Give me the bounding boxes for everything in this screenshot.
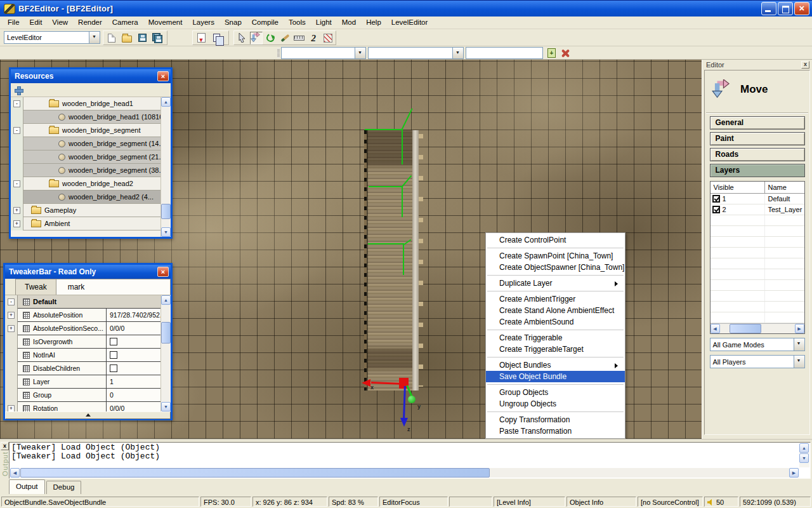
save-all-button[interactable] <box>150 32 164 44</box>
checkbox-unchecked[interactable] <box>110 364 117 372</box>
menu-item-save-object-bundle[interactable]: Save Object Bundle <box>486 371 625 382</box>
menu-item-create-ambienttrigger[interactable]: Create AmbientTrigger <box>486 293 625 305</box>
console-v-scrollbar[interactable]: ▲ ▼ <box>799 443 809 467</box>
menu-item-create-triggerabletarget[interactable]: Create TriggerableTarget <box>486 344 625 355</box>
checkbox-unchecked[interactable] <box>110 338 117 345</box>
tab-paint[interactable]: Paint <box>710 132 805 145</box>
menu-item-create-controlpoint[interactable]: Create ControlPoint <box>486 234 625 246</box>
tree-object-selected[interactable]: wooden_bridge_head2 (4... <box>11 190 160 204</box>
import-object-button[interactable] <box>194 32 208 44</box>
layer-visible-checkbox[interactable] <box>712 195 720 203</box>
status-object-info[interactable]: Object Info <box>566 497 636 507</box>
console-h-scrollbar[interactable]: ◀ ▶ <box>10 468 799 478</box>
menu-light[interactable]: Light <box>311 17 337 29</box>
expand-icon[interactable]: + <box>8 405 15 411</box>
overlay-tool-button[interactable] <box>321 32 334 44</box>
property-row[interactable]: Layer 1 <box>5 375 160 389</box>
output-console[interactable]: [Tweaker] Load Object (Object) [Tweaker]… <box>9 442 811 479</box>
output-close-button[interactable]: x <box>1 442 9 450</box>
paint-tool-button[interactable] <box>278 32 292 44</box>
menu-item-create-spawnpoint[interactable]: Create SpawnPoint [China_Town] <box>486 250 625 262</box>
scroll-up-icon[interactable]: ▲ <box>799 443 809 453</box>
add-resource-icon[interactable] <box>15 86 22 94</box>
resources-titlebar[interactable]: Resources × <box>11 69 171 83</box>
close-button[interactable] <box>794 2 809 15</box>
scroll-down-icon[interactable]: ▼ <box>799 453 809 463</box>
menu-tools[interactable]: Tools <box>284 17 311 29</box>
menu-snap[interactable]: Snap <box>219 17 247 29</box>
scroll-thumb[interactable] <box>161 322 171 344</box>
scroll-up-icon[interactable]: ▲ <box>161 295 171 305</box>
tab-tweak[interactable]: Tweak <box>15 279 56 295</box>
property-row[interactable]: Group 0 <box>5 389 160 402</box>
property-row[interactable]: + AbsolutePositionSeco... 0/0/0 <box>5 322 160 335</box>
property-row[interactable]: IsOvergrowth <box>5 335 160 349</box>
snap-tool-button[interactable]: 2 <box>307 32 320 44</box>
tree-object[interactable]: wooden_bridge_head1 (10816) <box>11 110 160 124</box>
duplicate-object-button[interactable] <box>209 32 223 44</box>
restore-button[interactable] <box>778 2 793 15</box>
layer-visible-checkbox[interactable] <box>712 206 720 213</box>
tab-mark[interactable]: mark <box>56 279 171 295</box>
gizmo-z-axis-arrow[interactable] <box>400 418 408 427</box>
property-row[interactable]: DisableChildren <box>5 362 160 375</box>
new-file-button[interactable] <box>105 32 119 44</box>
measure-tool-button[interactable] <box>292 32 306 44</box>
menu-movement[interactable]: Movement <box>143 17 188 29</box>
collapse-icon[interactable]: - <box>13 127 20 134</box>
collapse-icon[interactable]: - <box>8 298 15 305</box>
menu-item-object-bundles[interactable]: Object Bundles <box>486 359 625 371</box>
minimize-button[interactable] <box>761 2 776 15</box>
menu-item-copy-transformation[interactable]: Copy Transformation <box>486 414 625 425</box>
scroll-down-icon[interactable]: ▼ <box>161 227 171 237</box>
dropdown-arrow-icon[interactable] <box>355 48 365 58</box>
status-level-info[interactable]: [Level Info] <box>494 497 565 507</box>
collapse-icon[interactable]: - <box>13 100 20 107</box>
rotate-tool-button[interactable] <box>264 32 277 44</box>
tab-roads[interactable]: Roads <box>710 148 805 161</box>
tab-output[interactable]: Output <box>9 479 45 494</box>
menu-item-create-objectspawner[interactable]: Create ObjectSpawner [China_Town] <box>486 262 625 273</box>
filter-dropdown-1[interactable] <box>281 47 366 59</box>
save-button[interactable] <box>135 32 149 44</box>
tree-folder[interactable]: - wooden_bridge_segment <box>11 124 160 137</box>
resources-close-button[interactable]: × <box>157 71 169 81</box>
scroll-left-icon[interactable]: ◀ <box>710 324 720 333</box>
editor-mode-dropdown[interactable]: LevelEditor <box>4 31 100 44</box>
dropdown-arrow-icon[interactable] <box>794 338 804 351</box>
expand-icon[interactable]: + <box>8 325 15 332</box>
menu-item-ungroup-objects[interactable]: Ungroup Objects <box>486 398 625 410</box>
toolbar-grip[interactable] <box>277 48 280 58</box>
clear-filter-button[interactable] <box>558 46 572 59</box>
tree-folder[interactable]: - wooden_bridge_head1 <box>11 97 160 110</box>
menu-compile[interactable]: Compile <box>247 17 284 29</box>
scroll-thumb[interactable] <box>161 204 171 219</box>
tweakerbar-titlebar[interactable]: TweakerBar - Read Only × <box>5 265 171 279</box>
menu-item-create-standalone-ambienteffect[interactable]: Create Stand Alone AmbientEffect <box>486 305 625 316</box>
menu-camera[interactable]: Camera <box>107 17 143 29</box>
menu-item-create-triggerable[interactable]: Create Triggerable <box>486 332 625 344</box>
search-input[interactable] <box>466 47 543 59</box>
scroll-left-icon[interactable]: ◀ <box>10 468 20 478</box>
dropdown-arrow-icon[interactable] <box>452 48 463 58</box>
game-mode-dropdown[interactable]: All Game Modes <box>710 338 805 351</box>
scroll-thumb[interactable] <box>20 468 490 478</box>
menu-item-create-ambientsound[interactable]: Create AmbientSound <box>486 316 625 328</box>
menu-item-duplicate-layer[interactable]: Duplicate Layer <box>486 277 625 289</box>
player-filter-dropdown[interactable]: All Players <box>710 355 805 368</box>
title-bar[interactable]: BF2Editor - [BF2Editor] <box>0 0 812 17</box>
move-tool-button[interactable] <box>250 32 263 44</box>
select-tool-button[interactable] <box>235 32 249 44</box>
scroll-right-icon[interactable]: ▶ <box>789 468 799 478</box>
tweakerbar-close-button[interactable]: × <box>157 267 169 277</box>
tweaker-v-scrollbar[interactable]: ▲ ▼ <box>160 295 171 411</box>
scroll-thumb[interactable] <box>730 324 761 333</box>
menu-render[interactable]: Render <box>73 17 107 29</box>
menu-layers[interactable]: Layers <box>187 17 219 29</box>
property-row[interactable]: NotInAI <box>5 349 160 362</box>
tab-general[interactable]: General <box>710 116 805 130</box>
bridge-object[interactable] <box>367 130 420 391</box>
tree-object[interactable]: wooden_bridge_segment (21... <box>11 150 160 164</box>
menu-help[interactable]: Help <box>361 17 386 29</box>
gizmo-y-axis-handle[interactable] <box>408 396 416 403</box>
